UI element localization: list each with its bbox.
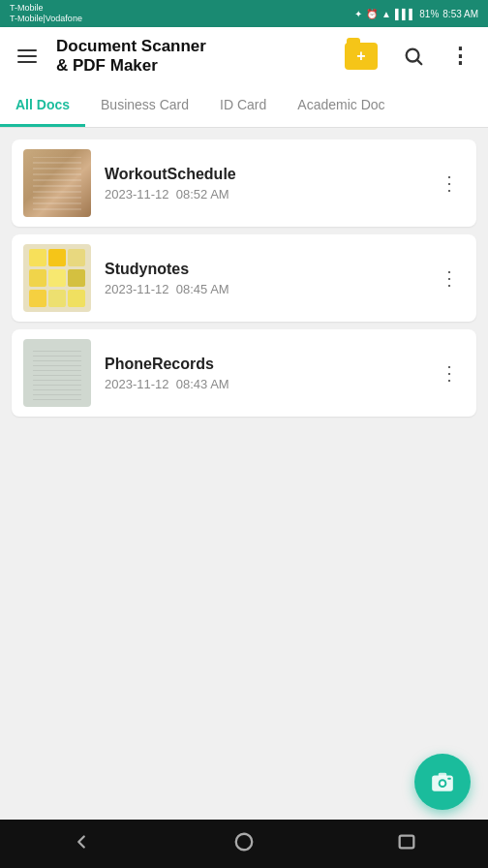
document-list: WorkoutSchedule 2023-11-12 08:52 AM ⋮ St…: [0, 128, 488, 428]
doc-info: Studynotes 2023-11-12 08:45 AM: [105, 261, 420, 296]
sticky-note: [68, 249, 85, 266]
svg-point-7: [236, 833, 253, 850]
signal-icon: ▌▌▌: [395, 9, 415, 19]
status-bar: T-Mobile T-Mobile|Vodafone ✦ ⏰ ▲ ▌▌▌ 81%…: [0, 0, 488, 27]
doc-date: 2023-11-12 08:45 AM: [105, 282, 420, 296]
back-icon: [71, 831, 92, 852]
doc-thumbnail-phone: [23, 339, 91, 407]
bluetooth-icon: ✦: [354, 9, 362, 19]
wifi-icon: ▲: [381, 9, 391, 19]
doc-name: Studynotes: [105, 261, 420, 278]
more-icon: ⋮: [449, 44, 471, 69]
sticky-note: [29, 290, 46, 307]
tab-id-card[interactable]: ID Card: [204, 85, 282, 127]
sticky-note: [68, 290, 85, 307]
carrier-info: T-Mobile T-Mobile|Vodafone: [10, 3, 82, 24]
app-bar-actions: + ⋮: [341, 39, 474, 74]
sticky-note: [48, 249, 66, 266]
tab-bar: All Docs Business Card ID Card Academic …: [0, 85, 488, 128]
alarm-icon: ⏰: [366, 9, 378, 19]
doc-date: 2023-11-12 08:52 AM: [105, 187, 420, 202]
sticky-note: [48, 290, 66, 307]
doc-info: PhoneRecords 2023-11-12 08:43 AM: [105, 356, 420, 391]
search-button[interactable]: [399, 42, 428, 71]
doc-thumbnail-workout: [23, 149, 91, 217]
carrier-primary: T-Mobile: [10, 3, 82, 14]
doc-name: PhoneRecords: [105, 356, 420, 373]
doc-more-button[interactable]: ⋮: [434, 263, 465, 294]
svg-line-1: [417, 60, 421, 64]
home-button[interactable]: [214, 823, 274, 865]
app-title: Document Scanner & PDF Maker: [56, 37, 325, 77]
more-options-button[interactable]: ⋮: [445, 40, 474, 73]
doc-info: WorkoutSchedule 2023-11-12 08:52 AM: [105, 166, 420, 202]
svg-rect-5: [439, 773, 447, 777]
home-icon: [233, 831, 255, 852]
doc-more-button[interactable]: ⋮: [434, 357, 465, 388]
app-bar: Document Scanner & PDF Maker + ⋮: [0, 27, 488, 85]
doc-thumbnail-study: [23, 244, 91, 312]
svg-rect-8: [400, 835, 414, 848]
time-label: 8:53 AM: [442, 9, 478, 19]
tab-all-docs[interactable]: All Docs: [0, 85, 85, 127]
bottom-nav-bar: [0, 820, 488, 868]
add-folder-button[interactable]: +: [341, 39, 381, 74]
svg-rect-6: [447, 778, 450, 780]
search-icon: [403, 46, 424, 67]
carrier-secondary: T-Mobile|Vodafone: [10, 14, 82, 24]
back-button[interactable]: [51, 823, 111, 865]
table-row: WorkoutSchedule 2023-11-12 08:52 AM ⋮: [12, 140, 476, 227]
tab-business-card[interactable]: Business Card: [85, 85, 204, 127]
battery-label: 81%: [419, 9, 439, 19]
doc-name: WorkoutSchedule: [105, 166, 420, 183]
folder-add-icon: +: [345, 43, 378, 70]
status-icons: ✦ ⏰ ▲ ▌▌▌ 81% 8:53 AM: [354, 9, 478, 19]
sticky-note: [29, 249, 46, 266]
menu-button[interactable]: [14, 46, 41, 67]
recents-button[interactable]: [377, 823, 437, 865]
sticky-note: [68, 269, 85, 287]
svg-point-4: [441, 781, 445, 786]
tab-academic-doc[interactable]: Academic Doc: [282, 85, 400, 127]
table-row: PhoneRecords 2023-11-12 08:43 AM ⋮: [12, 329, 476, 417]
doc-date: 2023-11-12 08:43 AM: [105, 377, 420, 391]
sticky-note: [29, 269, 46, 287]
hamburger-icon: [17, 49, 37, 63]
camera-fab-button[interactable]: [414, 754, 471, 810]
doc-more-button[interactable]: ⋮: [434, 168, 465, 199]
recents-icon: [396, 831, 417, 852]
camera-icon: [430, 769, 455, 794]
table-row: Studynotes 2023-11-12 08:45 AM ⋮: [12, 234, 476, 322]
sticky-note: [48, 269, 66, 287]
